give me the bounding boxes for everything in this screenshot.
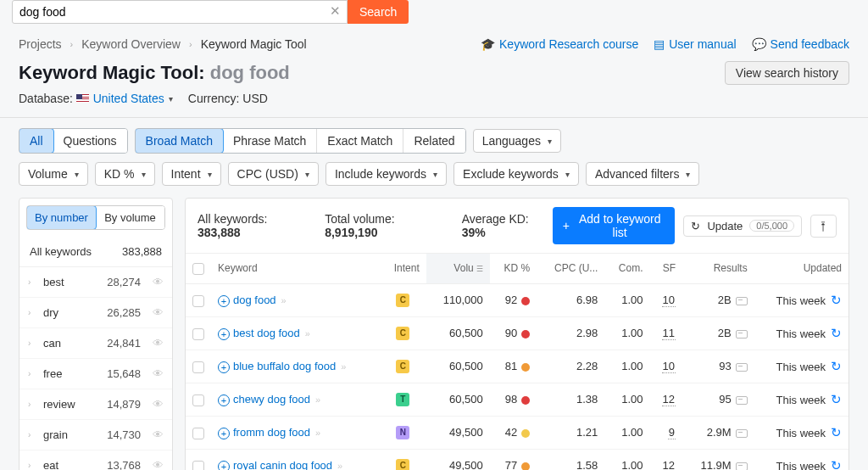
link-send-feedback[interactable]: 💬Send feedback [752,37,849,51]
summary-avg-kd: Average KD: 39% [462,212,553,239]
refresh-row-icon[interactable]: ↻ [831,359,842,374]
add-keyword-icon[interactable]: + [218,361,230,373]
database-selector[interactable]: Database: United States ▾ [19,92,173,105]
row-checkbox[interactable] [192,461,204,470]
eye-icon[interactable]: 👁 [153,459,164,470]
tab-phrase-match[interactable]: Phrase Match [223,129,317,153]
row-checkbox[interactable] [192,394,204,406]
open-icon[interactable]: » [315,428,320,438]
keyword-link[interactable]: fromm dog food [233,426,310,439]
update-button[interactable]: ↻ Update 0/5,000 [683,215,802,237]
eye-icon[interactable]: 👁 [153,306,164,319]
keyword-link[interactable]: best dog food [233,327,300,339]
row-checkbox[interactable] [192,361,204,373]
add-to-list-button[interactable]: +Add to keyword list [553,207,676,244]
search-button[interactable]: Search [348,0,409,24]
row-checkbox[interactable] [192,328,204,340]
open-icon[interactable]: » [315,394,320,405]
eye-icon[interactable]: 👁 [153,367,164,380]
intent-badge: C [396,327,409,340]
refresh-row-icon[interactable]: ↻ [831,458,842,470]
add-keyword-icon[interactable]: + [218,328,230,340]
open-icon[interactable]: » [305,328,310,339]
refresh-row-icon[interactable]: ↻ [831,293,842,308]
eye-icon[interactable]: 👁 [153,337,164,350]
chevron-right-icon: › [28,400,36,409]
row-checkbox[interactable] [192,295,204,307]
cell-com: 1.00 [604,416,649,449]
export-button[interactable]: ⭱ [810,215,837,238]
search-input[interactable] [12,0,348,24]
eye-icon[interactable]: 👁 [153,428,164,441]
filter-cpc[interactable]: CPC (USD)▾ [228,162,319,186]
add-keyword-icon[interactable]: + [218,461,230,470]
col-volume[interactable]: Volu☰ [426,254,490,283]
tab-related[interactable]: Related [403,129,465,153]
tab-exact-match[interactable]: Exact Match [317,129,403,153]
filter-intent[interactable]: Intent▾ [162,162,221,186]
sidebar-group-item[interactable]: › dry 26,285 👁 [19,298,172,328]
sidebar-group-item[interactable]: › free 15,648 👁 [19,359,172,389]
eye-icon[interactable]: 👁 [153,276,164,288]
sidebar-group-item[interactable]: › review 14,879 👁 [19,389,172,420]
add-keyword-icon[interactable]: + [218,394,230,406]
col-kd[interactable]: KD % [490,254,537,283]
sidebar-group-item[interactable]: › best 28,274 👁 [19,267,172,298]
row-checkbox[interactable] [192,428,204,439]
chevron-down-icon: ▾ [548,137,552,146]
cell-results: 95 [682,383,754,416]
sidebar-group-item[interactable]: › can 24,841 👁 [19,328,172,359]
link-research-course[interactable]: 🎓Keyword Research course [481,37,638,51]
col-updated[interactable]: Updated [754,254,849,283]
serp-icon[interactable] [736,396,748,405]
tab-broad-match[interactable]: Broad Match [135,128,224,154]
col-results[interactable]: Results [682,254,754,283]
open-icon[interactable]: » [337,461,342,470]
sidebar-group-item[interactable]: › eat 13,768 👁 [19,450,172,470]
toggle-by-number[interactable]: By number [26,205,97,230]
view-history-button[interactable]: View search history [725,61,849,85]
serp-icon[interactable] [736,429,748,438]
filter-exclude[interactable]: Exclude keywords▾ [453,162,579,186]
toggle-by-volume[interactable]: By volume [96,206,164,229]
col-keyword[interactable]: Keyword [211,254,380,283]
col-sf[interactable]: SF [649,254,682,283]
col-com[interactable]: Com. [604,254,649,283]
col-intent[interactable]: Intent [380,254,426,283]
sidebar-all-keywords[interactable]: All keywords 383,888 [19,237,172,267]
keyword-link[interactable]: chewy dog food [233,393,310,406]
refresh-row-icon[interactable]: ↻ [831,326,842,341]
eye-icon[interactable]: 👁 [153,398,164,411]
filter-kd[interactable]: KD %▾ [95,162,155,186]
tab-questions[interactable]: Questions [53,129,127,153]
add-keyword-icon[interactable]: + [218,428,230,439]
chevron-down-icon: ▾ [208,170,212,179]
checkbox-all[interactable] [192,263,204,275]
serp-icon[interactable] [736,363,748,372]
group-count: 13,768 [107,459,141,470]
crumb-projects[interactable]: Projects [19,37,62,51]
open-icon[interactable]: » [341,361,346,372]
keyword-link[interactable]: royal canin dog food [233,459,332,470]
cell-volume: 60,500 [426,350,490,383]
add-keyword-icon[interactable]: + [218,295,230,307]
languages-dropdown[interactable]: Languages▾ [473,129,561,153]
refresh-row-icon[interactable]: ↻ [831,392,842,407]
serp-icon[interactable] [736,297,748,305]
tab-all[interactable]: All [19,128,54,154]
open-icon[interactable]: » [281,295,287,305]
filter-advanced[interactable]: Advanced filters▾ [586,162,700,186]
filter-volume[interactable]: Volume▾ [19,162,88,186]
sidebar-group-item[interactable]: › grain 14,730 👁 [19,420,172,450]
clear-icon[interactable]: ✕ [330,3,341,19]
keyword-link[interactable]: blue buffalo dog food [233,360,336,372]
serp-icon[interactable] [736,330,748,339]
link-user-manual[interactable]: ▤User manual [654,37,736,51]
keyword-link[interactable]: dog food [233,294,276,306]
cell-com: 1.00 [604,383,649,416]
col-cpc[interactable]: CPC (U... [537,254,604,283]
filter-include[interactable]: Include keywords▾ [326,162,447,186]
serp-icon[interactable] [736,462,748,470]
crumb-overview[interactable]: Keyword Overview [81,37,181,51]
refresh-row-icon[interactable]: ↻ [831,425,842,440]
